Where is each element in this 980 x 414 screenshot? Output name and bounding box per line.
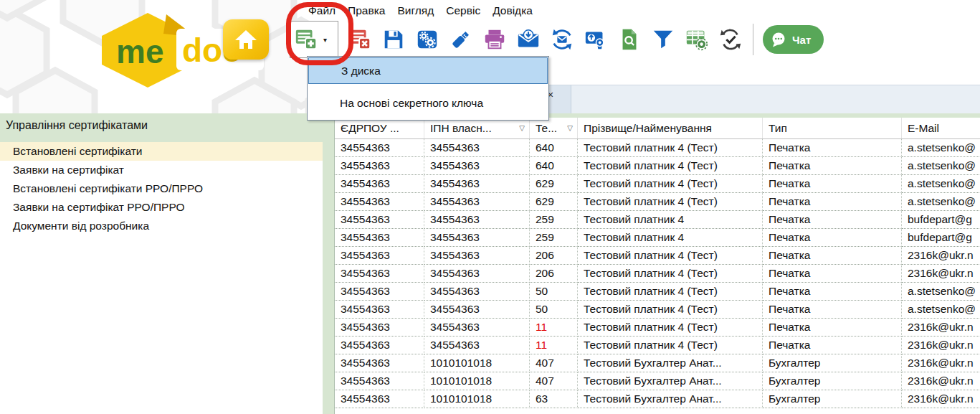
settings-icon[interactable] xyxy=(415,27,439,52)
sidebar-item[interactable]: Встановлені сертифікати РРО/ПРРО xyxy=(0,179,323,198)
cell-type: Печатка xyxy=(763,229,902,247)
refresh-check-icon[interactable] xyxy=(718,27,743,52)
menu-item[interactable]: Вигляд xyxy=(397,4,434,17)
cell-type: Печатка xyxy=(763,301,902,319)
table-row[interactable]: 34554363 34554363 629 Тестовий платник 4… xyxy=(335,193,980,211)
cell-name: Тестовий платник 4 (Тест) xyxy=(578,337,763,354)
dropdown-menu-item[interactable]: З диска xyxy=(308,57,548,84)
cell-name: Тестовий платник 4 (Тест) xyxy=(578,175,763,193)
column-header-label: E-Mail xyxy=(908,122,939,135)
menu-item[interactable]: Файл xyxy=(308,4,336,17)
table-column-header[interactable]: ЄДРПОУ ... ▽ xyxy=(335,118,424,138)
cell-email: a.stetsenko@ xyxy=(902,301,980,319)
add-certificate-icon xyxy=(294,27,318,52)
cell-te: 640 xyxy=(530,157,578,175)
cell-type: Печатка xyxy=(763,265,902,283)
cell-edrpou: 34554363 xyxy=(335,211,424,229)
table-column-header[interactable]: Тип ▽ xyxy=(763,118,902,138)
chat-button[interactable]: Чат xyxy=(763,25,824,54)
cell-te: 206 xyxy=(530,265,578,283)
cell-name: Тестовий платник 4 (Тест) xyxy=(578,319,763,337)
print-icon[interactable] xyxy=(482,27,507,52)
table-row[interactable]: 34554363 34554363 206 Тестовий платник 4… xyxy=(335,247,980,265)
menu-item[interactable]: Правка xyxy=(348,4,385,17)
delete-certificate-icon[interactable] xyxy=(348,27,372,52)
sidebar-title: Управління сертифікатами xyxy=(6,119,148,132)
column-header-label: Тип xyxy=(769,122,787,135)
cell-email: a.stetsenko@ xyxy=(902,193,980,211)
cell-te: 259 xyxy=(530,211,578,229)
cell-name: Тестовий платник 4 (Тест) xyxy=(578,139,763,157)
table-row[interactable]: 34554363 34554363 629 Тестовий платник 4… xyxy=(335,175,980,193)
menu-item[interactable]: Сервіс xyxy=(446,4,480,17)
table-row[interactable]: 34554363 34554363 11 Тестовий платник 4 … xyxy=(335,337,980,354)
table-row[interactable]: 34554363 34554363 259 Тестовий платник 4… xyxy=(335,211,980,229)
table-row[interactable]: 34554363 1010101018 407 Тестовий Бухгалт… xyxy=(335,354,980,372)
sidebar-item[interactable]: Заявки на сертифікат РРО/ПРРО xyxy=(0,198,323,217)
table-row[interactable]: 34554363 34554363 259 Тестовий платник 4… xyxy=(335,229,980,247)
table-header-row: ЄДРПОУ ... ▽ ІПН власн... ▽ Те... ▽ Пріз… xyxy=(335,118,980,139)
cell-edrpou: 34554363 xyxy=(335,283,424,301)
sidebar-item[interactable]: Документи від розробника xyxy=(0,217,323,235)
menu-item[interactable]: Довідка xyxy=(493,4,533,17)
table-column-header[interactable]: ІПН власн... ▽ xyxy=(424,118,530,138)
home-button[interactable] xyxy=(223,19,269,60)
cell-email: 2316k@ukr.n xyxy=(902,372,980,390)
table-row[interactable]: 34554363 1010101018 63 Тестовий Бухгалте… xyxy=(335,390,980,408)
filter-funnel-icon[interactable]: ▽ xyxy=(567,124,573,132)
sidebar-item[interactable]: Встановлені сертифікати xyxy=(0,142,323,161)
add-certificate-button[interactable]: ▾ xyxy=(290,21,338,58)
cell-ipn: 34554363 xyxy=(424,337,530,354)
table-row[interactable]: 34554363 34554363 11 Тестовий платник 4 … xyxy=(335,319,980,337)
cell-te: 629 xyxy=(530,193,578,211)
cell-email: 2316k@ukr.n xyxy=(902,247,980,265)
table-row[interactable]: 34554363 1010101018 407 Тестовий Бухгалт… xyxy=(335,372,980,390)
column-header-label: Прізвище/Найменування xyxy=(584,122,712,135)
table-column-header[interactable]: Те... ▽ xyxy=(530,118,578,138)
dropdown-menu-item[interactable]: На основі секретного ключа xyxy=(308,93,548,113)
table-row[interactable]: 34554363 34554363 50 Тестовий платник 4 … xyxy=(335,283,980,301)
table-column-header[interactable]: E-Mail ▽ xyxy=(902,118,980,138)
usb-key-icon[interactable] xyxy=(449,27,473,52)
cell-email: 2316k@ukr.n xyxy=(902,319,980,337)
logo-me-text: me xyxy=(116,33,163,70)
table-column-header[interactable]: Прізвище/Найменування ▽ xyxy=(578,118,763,138)
mail-sync-icon[interactable] xyxy=(550,27,574,52)
cell-edrpou: 34554363 xyxy=(335,372,424,390)
cell-name: Тестовий платник 4 (Тест) xyxy=(578,301,763,319)
table-row[interactable]: 34554363 34554363 206 Тестовий платник 4… xyxy=(335,265,980,283)
cell-ipn: 34554363 xyxy=(424,229,530,247)
save-icon[interactable] xyxy=(381,27,406,52)
cell-type: Печатка xyxy=(763,283,902,301)
chevron-down-icon: ▾ xyxy=(323,36,327,44)
table-row[interactable]: 34554363 34554363 50 Тестовий платник 4 … xyxy=(335,301,980,319)
cell-te: 259 xyxy=(530,229,578,247)
cell-edrpou: 34554363 xyxy=(335,354,424,372)
cell-name: Тестовий платник 4 (Тест) xyxy=(578,265,763,283)
content-area: Управління сертифікатами Встановлені сер… xyxy=(0,113,980,414)
filter-funnel-icon[interactable]: ▽ xyxy=(519,124,525,132)
cell-ipn: 1010101018 xyxy=(424,372,530,390)
document-search-icon[interactable] xyxy=(617,27,642,52)
filter-icon[interactable] xyxy=(651,27,675,52)
table-row[interactable]: 34554363 34554363 640 Тестовий платник 4… xyxy=(335,157,980,175)
cell-edrpou: 34554363 xyxy=(335,247,424,265)
certificate-upload-icon[interactable] xyxy=(584,27,608,52)
cell-name: Тестовий Бухгалтер Анат... xyxy=(578,390,763,408)
cell-te: 206 xyxy=(530,247,578,265)
cell-ipn: 34554363 xyxy=(424,283,530,301)
cell-name: Тестовий Бухгалтер Анат... xyxy=(578,354,763,372)
cell-type: Бухгалтер xyxy=(763,390,902,408)
cell-edrpou: 34554363 xyxy=(335,175,424,193)
toolbar: ▾ xyxy=(290,20,824,59)
cell-edrpou: 34554363 xyxy=(335,319,424,337)
cell-email: a.stetsenko@ xyxy=(902,139,980,157)
mail-receive-icon[interactable] xyxy=(516,27,541,52)
cell-type: Печатка xyxy=(763,319,902,337)
table-settings-icon[interactable] xyxy=(685,27,709,52)
cell-ipn: 1010101018 xyxy=(424,390,530,408)
sidebar-item[interactable]: Заявки на сертифікат xyxy=(0,161,323,179)
cell-email: a.stetsenko@ xyxy=(902,157,980,175)
table-row[interactable]: 34554363 34554363 640 Тестовий платник 4… xyxy=(335,139,980,157)
cell-type: Печатка xyxy=(763,139,902,157)
